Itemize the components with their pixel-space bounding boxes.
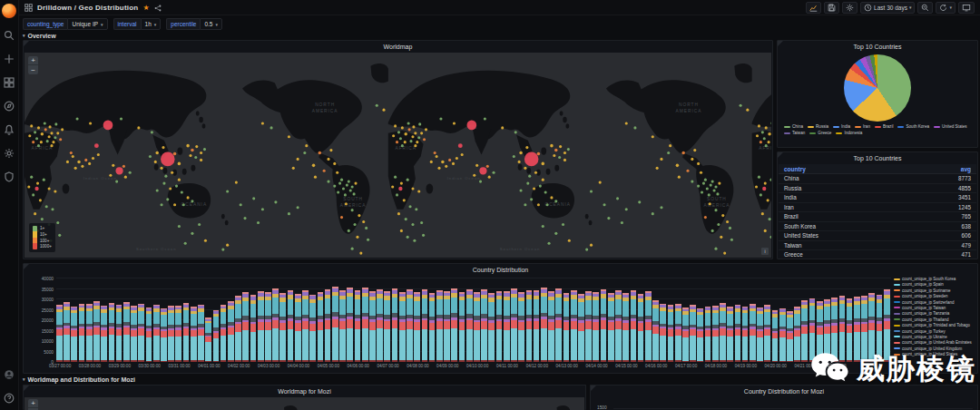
distribution-legend-item[interactable]: count_unique_ip Taiwan bbox=[894, 306, 974, 310]
zoom-out-icon[interactable] bbox=[917, 2, 933, 14]
x-axis-tick: 04/08 00:00 bbox=[407, 364, 428, 368]
svg-text:NORTH: NORTH bbox=[679, 102, 699, 107]
zoom-in-button[interactable]: + bbox=[28, 399, 38, 408]
distribution-legend-item[interactable]: count_unique_ip Turkey bbox=[894, 329, 974, 334]
distribution-legend-item[interactable]: count_unique_ip Thailand bbox=[894, 317, 974, 322]
distribution-legend-item[interactable]: count_unique_ip Trinidad and Tobago bbox=[894, 323, 974, 327]
svg-text:Indian Ocean: Indian Ocean bbox=[83, 176, 117, 181]
worldmap-mozi-canvas[interactable]: + − AFRICAOCEANIANORTHAMERICASOUTHAMERIC… bbox=[24, 397, 584, 410]
star-icon[interactable]: ★ bbox=[142, 4, 149, 12]
panel-title-worldmap-mozi[interactable]: Worldmap for Mozi bbox=[24, 386, 585, 396]
distribution-legend-item[interactable]: count_unique_ip Sweden bbox=[894, 294, 974, 298]
search-icon[interactable] bbox=[3, 28, 16, 42]
svg-text:OCEANIA: OCEANIA bbox=[181, 202, 208, 207]
variable-value-dropdown[interactable]: Unique IP ▾ bbox=[67, 18, 107, 30]
chevron-down-icon: ▾ bbox=[101, 22, 103, 27]
share-icon[interactable] bbox=[150, 0, 162, 15]
pie-legend-item[interactable]: Indonesia bbox=[836, 131, 862, 135]
settings-icon[interactable] bbox=[842, 2, 858, 14]
zoom-out-button[interactable]: − bbox=[28, 65, 38, 74]
countries-table: country avg China8773Russia4855India3451… bbox=[779, 164, 976, 258]
x-axis-tick: 04/04 00:00 bbox=[288, 364, 309, 368]
cell-country: Russia bbox=[784, 185, 801, 191]
pie-legend-item[interactable]: United States bbox=[934, 124, 967, 129]
distribution-legend-item[interactable]: count_unique_ip Tanzania bbox=[894, 311, 974, 316]
zoom-in-button[interactable]: + bbox=[28, 56, 38, 65]
map-attribution-toggle[interactable]: i bbox=[761, 248, 769, 255]
worldmap-canvas[interactable]: + − 1+10+100+1000+ i AFRICAOCEANIANORTHA… bbox=[24, 53, 771, 258]
variable-value-dropdown[interactable]: 1h ▾ bbox=[141, 18, 162, 30]
save-icon[interactable] bbox=[824, 2, 839, 14]
map-zoom-control: + − bbox=[28, 399, 38, 410]
alerts-icon[interactable] bbox=[3, 122, 16, 136]
x-axis-tick: 03/30 00:00 bbox=[139, 364, 161, 368]
variable-label: percentile bbox=[166, 18, 200, 30]
add-icon[interactable] bbox=[3, 52, 16, 65]
distribution-legend-item[interactable]: count_unique_ip South Korea bbox=[894, 277, 974, 281]
pie-legend-item[interactable]: China bbox=[784, 124, 803, 129]
time-range-picker[interactable]: Last 30 days ▾ bbox=[860, 2, 915, 14]
x-axis-tick: 04/16 00:00 bbox=[645, 364, 667, 368]
threshold-label: 10+ bbox=[40, 232, 52, 238]
avatar[interactable] bbox=[3, 367, 16, 381]
panel-top10-table: Top 10 Countries country avg China8773Ru… bbox=[777, 151, 978, 259]
table-row: South Korea638 bbox=[779, 222, 976, 232]
column-avg[interactable]: avg bbox=[961, 166, 971, 172]
distribution-legend-item[interactable]: count_unique_ip United Arab Emirates bbox=[894, 340, 974, 345]
x-axis-tick: 04/20 00:00 bbox=[765, 364, 787, 368]
column-country[interactable]: country bbox=[784, 166, 806, 172]
pie-legend-item[interactable]: South Korea bbox=[897, 124, 929, 129]
pie-legend-item[interactable]: Brazil bbox=[875, 124, 894, 129]
tv-mode-icon[interactable] bbox=[958, 2, 975, 14]
svg-text:SOUTH: SOUTH bbox=[707, 197, 727, 201]
pie-legend-item[interactable]: Taiwan bbox=[784, 131, 805, 135]
distribution-legend-item[interactable]: count_unique_ip Ukraine bbox=[894, 335, 974, 339]
y-axis-tick: 10000 bbox=[42, 339, 54, 344]
breadcrumb[interactable]: Drilldown / Geo Distribution bbox=[37, 4, 138, 12]
distribution-legend-item[interactable]: count_unique_ip Switzerland bbox=[894, 300, 974, 305]
cell-country: Greece bbox=[784, 251, 803, 258]
chevron-down-icon: ▾ bbox=[154, 22, 157, 27]
dashboards-icon[interactable] bbox=[3, 75, 16, 89]
x-axis-tick: 04/14 00:00 bbox=[585, 364, 607, 368]
panel-title-top10-table[interactable]: Top 10 Countries bbox=[778, 152, 977, 163]
wechat-icon bbox=[809, 350, 851, 388]
pie-legend-item[interactable]: India bbox=[833, 124, 850, 129]
pie-legend-item[interactable]: Greece bbox=[809, 131, 831, 135]
grafana-dashboard: Drilldown / Geo Distribution ★ Last 30 d… bbox=[0, 0, 980, 410]
refresh-button[interactable]: ▾ bbox=[936, 2, 956, 14]
distribution-legend-item[interactable]: count_unique_ip Suriname bbox=[894, 288, 974, 293]
panel-title-country-distribution[interactable]: Country Distribution bbox=[24, 264, 977, 275]
pie-legend-item[interactable]: Russia bbox=[808, 124, 828, 129]
table-row: Taiwan479 bbox=[779, 241, 976, 251]
threshold-label: 1+ bbox=[40, 226, 52, 231]
x-axis-tick: 04/01 00:00 bbox=[198, 364, 220, 368]
shield-icon[interactable] bbox=[3, 170, 16, 183]
panel-title-worldmap[interactable]: Worldmap bbox=[24, 41, 772, 52]
panel-title-top10-pie[interactable]: Top 10 Countries bbox=[778, 41, 977, 52]
help-icon[interactable] bbox=[3, 391, 16, 405]
row-header-overview[interactable]: ▾Overview bbox=[23, 33, 56, 39]
row-header-mozi[interactable]: ▾Worldmap and Distribution for Mozi bbox=[23, 376, 135, 383]
pie-circle[interactable] bbox=[844, 54, 911, 122]
distribution-legend-item[interactable]: count_unique_ip Spain bbox=[894, 282, 974, 287]
y-axis-tick: 40000 bbox=[42, 277, 54, 281]
stacked-bar-plot[interactable]: 0500010000150002000025000300003500040000… bbox=[56, 278, 891, 362]
svg-text:AMERICA: AMERICA bbox=[340, 203, 367, 208]
grafana-logo[interactable] bbox=[2, 4, 16, 18]
table-row: Brazil765 bbox=[779, 212, 976, 222]
pie-legend-item[interactable]: Iran bbox=[855, 124, 870, 129]
panel-add-icon[interactable] bbox=[806, 2, 821, 14]
sidebar-icons bbox=[3, 18, 16, 183]
variable-counting_type: counting_typeUnique IP ▾ bbox=[23, 18, 108, 30]
table-row: Greece471 bbox=[779, 250, 976, 258]
configuration-icon[interactable] bbox=[3, 146, 16, 160]
table-row: Iran1245 bbox=[779, 203, 976, 213]
x-axis-tick: 04/11 00:00 bbox=[496, 364, 518, 368]
dashboard-variables: counting_typeUnique IP ▾interval1h ▾perc… bbox=[23, 18, 222, 30]
cell-avg: 471 bbox=[961, 251, 971, 258]
variable-value-dropdown[interactable]: 0.5 ▾ bbox=[200, 18, 222, 30]
explore-icon[interactable] bbox=[3, 99, 16, 112]
cell-country: United States bbox=[784, 232, 818, 239]
svg-text:AFRICA: AFRICA bbox=[32, 146, 54, 151]
